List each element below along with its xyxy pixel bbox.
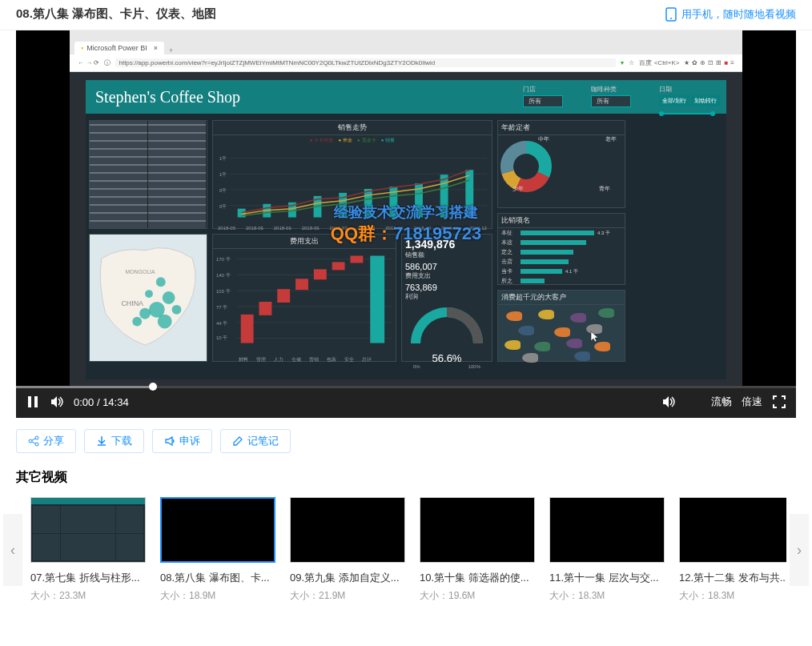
progress-bar[interactable] xyxy=(16,386,796,388)
other-videos-title: 其它视频 xyxy=(0,464,812,497)
hbar-row: 本征4.3 千 xyxy=(498,228,625,238)
video-thumb[interactable]: 12.第十二集 发布与共...大小：18.3M xyxy=(679,497,786,603)
svg-rect-45 xyxy=(277,289,290,303)
thumb-title: 09.第九集 添加自定义... xyxy=(290,571,405,585)
share-icon xyxy=(28,435,39,447)
svg-point-9 xyxy=(158,315,172,329)
video-thumb[interactable]: 11.第十一集 层次与交...大小：18.3M xyxy=(549,497,665,603)
svg-point-58 xyxy=(29,439,32,443)
action-bar: 分享 下载 申诉 记笔记 xyxy=(0,418,812,464)
svg-rect-43 xyxy=(241,315,254,343)
speed-button[interactable]: 倍速 xyxy=(742,395,762,409)
svg-point-6 xyxy=(163,291,175,304)
thumb-size: 大小：19.6M xyxy=(420,589,535,603)
video-player: ▪Microsoft Power BI× + ← → ⟳ ⓘ https://a… xyxy=(16,30,796,418)
svg-rect-44 xyxy=(259,302,271,315)
hbar-row: 本这 xyxy=(498,238,625,247)
video-carousel: ‹ 07.第七集 折线与柱形...大小：23.3M08.第八集 瀑布图、卡...… xyxy=(0,497,812,603)
svg-text:1千: 1千 xyxy=(219,171,227,177)
svg-text:MONGOLIA: MONGOLIA xyxy=(125,269,155,275)
svg-rect-49 xyxy=(350,255,363,263)
thumb-size: 大小：21.9M xyxy=(290,589,405,603)
share-button[interactable]: 分享 xyxy=(16,429,76,453)
svg-point-60 xyxy=(35,443,38,446)
svg-point-12 xyxy=(132,317,142,327)
megaphone-icon xyxy=(164,435,175,447)
carousel-next-button[interactable]: › xyxy=(790,514,809,586)
panel-hbar-chart: 比销项名 本征4.3 千本这定之去店当卡4.1 千所之 xyxy=(497,213,625,285)
video-thumb[interactable]: 07.第七集 折线与柱形...大小：23.3M xyxy=(30,497,146,603)
svg-rect-50 xyxy=(370,255,384,343)
svg-rect-47 xyxy=(314,269,327,279)
video-thumb[interactable]: 10.第十集 筛选器的使...大小：19.6M xyxy=(420,497,535,603)
svg-line-61 xyxy=(32,439,35,440)
svg-text:0千: 0千 xyxy=(219,203,227,209)
watermark-overlay: 经验技术交流学习搭建 QQ群：718195723 xyxy=(331,203,481,246)
svg-point-1 xyxy=(670,18,672,19)
svg-text:103 千: 103 千 xyxy=(216,288,231,294)
thumb-title: 08.第八集 瀑布图、卡... xyxy=(160,571,275,585)
svg-point-11 xyxy=(145,290,153,298)
volume-icon[interactable] xyxy=(50,395,64,409)
thumb-title: 12.第十二集 发布与共... xyxy=(679,571,786,585)
mobile-watch-link[interactable]: 用手机，随时随地看视频 xyxy=(665,7,796,22)
video-thumb[interactable]: 09.第九集 添加自定义...大小：21.9M xyxy=(290,497,405,603)
download-button[interactable]: 下载 xyxy=(84,429,144,453)
svg-text:170 千: 170 千 xyxy=(216,256,231,262)
svg-rect-21 xyxy=(238,209,246,218)
browser-url-bar: ← → ⟳ ⓘ https://app.powerbi.com/view?r=e… xyxy=(70,54,742,72)
thumb-title: 07.第七集 折线与柱形... xyxy=(30,571,146,585)
svg-text:77 千: 77 千 xyxy=(216,304,227,310)
svg-rect-48 xyxy=(332,262,345,270)
video-content[interactable]: ▪Microsoft Power BI× + ← → ⟳ ⓘ https://a… xyxy=(70,30,742,418)
hbar-row: 所之 xyxy=(498,276,625,286)
pencil-icon xyxy=(232,435,243,447)
fullscreen-icon[interactable] xyxy=(772,395,786,409)
svg-text:44 千: 44 千 xyxy=(216,320,227,326)
svg-rect-57 xyxy=(34,396,38,407)
carousel-prev-button[interactable]: ‹ xyxy=(3,514,22,586)
svg-text:CHINA: CHINA xyxy=(121,299,143,307)
browser-tab-bar: ▪Microsoft Power BI× + xyxy=(70,30,742,54)
download-icon xyxy=(96,435,107,447)
hbar-row: 去店 xyxy=(498,257,625,267)
svg-point-5 xyxy=(156,277,166,287)
svg-text:1千: 1千 xyxy=(219,155,227,161)
svg-point-8 xyxy=(139,308,151,319)
svg-text:0千: 0千 xyxy=(219,187,227,193)
hbar-row: 定之 xyxy=(498,247,625,257)
cursor-icon xyxy=(590,331,600,343)
svg-point-59 xyxy=(35,436,38,439)
pause-icon[interactable] xyxy=(26,395,40,409)
svg-rect-56 xyxy=(28,396,31,407)
panel-donut-chart: 年龄定者 中年 老年 少年 青年 xyxy=(497,120,625,208)
svg-line-62 xyxy=(32,442,35,443)
svg-text:140 千: 140 千 xyxy=(216,272,231,278)
video-controls: 0:00 / 14:34 流畅 倍速 xyxy=(16,386,796,418)
thumb-title: 10.第十集 筛选器的使... xyxy=(420,571,535,585)
panel-waterfall-chart: 费用支出 170 千140 千103 千77 千44 千10 千 材料管理人力仓… xyxy=(212,234,396,362)
thumb-size: 大小：18.3M xyxy=(549,589,665,603)
svg-text:10 千: 10 千 xyxy=(216,335,227,340)
page-title: 08.第八集 瀑布图、卡片、仪表、地图 xyxy=(16,6,216,22)
volume-icon-2[interactable] xyxy=(661,395,676,409)
report-button[interactable]: 申诉 xyxy=(152,429,212,453)
hbar-row: 当卡4.1 千 xyxy=(498,267,625,276)
svg-rect-46 xyxy=(295,279,308,290)
thumb-size: 大小：23.3M xyxy=(30,589,146,603)
thumb-title: 11.第十一集 层次与交... xyxy=(549,571,665,585)
video-thumb[interactable]: 08.第八集 瀑布图、卡...大小：18.9M xyxy=(160,497,275,603)
panel-photo xyxy=(89,120,207,229)
page-header: 08.第八集 瀑布图、卡片、仪表、地图 用手机，随时随地看视频 xyxy=(0,0,812,30)
note-button[interactable]: 记笔记 xyxy=(220,429,291,453)
quality-button[interactable]: 流畅 xyxy=(711,395,732,409)
thumb-size: 大小：18.9M xyxy=(160,589,275,603)
time-display: 0:00 / 14:34 xyxy=(74,396,129,408)
panel-fish-chart: 消费超千元的大客户 xyxy=(497,290,625,362)
panel-map: MONGOLIA CHINA xyxy=(89,234,207,362)
thumb-size: 大小：18.3M xyxy=(679,589,786,603)
svg-point-10 xyxy=(172,305,182,315)
dashboard-filters: 门店所有 咖啡种类所有 日期全部/划行划动转行 xyxy=(523,85,720,114)
panel-gauge: 1,349,876 销售额 586,007 费用支出 763,869 利润 56… xyxy=(401,234,492,362)
phone-icon xyxy=(665,7,677,22)
